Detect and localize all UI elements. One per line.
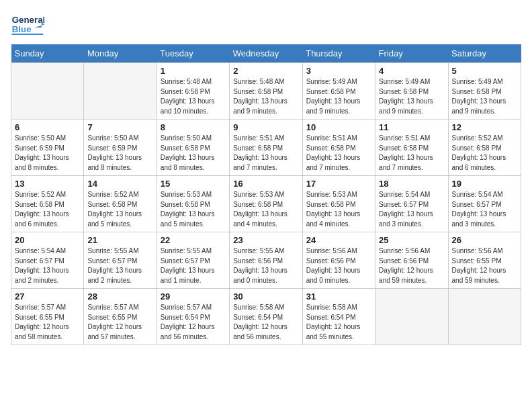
day-number: 28	[87, 291, 152, 302]
page-header: General Blue	[11, 11, 521, 38]
day-info: Sunrise: 5:50 AM Sunset: 6:59 PM Dayligh…	[15, 134, 80, 173]
day-number: 16	[233, 179, 298, 189]
day-info: Sunrise: 5:56 AM Sunset: 6:55 PM Dayligh…	[452, 246, 517, 285]
day-number: 4	[379, 66, 444, 76]
day-number: 1	[161, 66, 226, 76]
day-info: Sunrise: 5:53 AM Sunset: 6:58 PM Dayligh…	[161, 190, 226, 229]
calendar-cell: 18Sunrise: 5:54 AM Sunset: 6:57 PM Dayli…	[375, 176, 448, 232]
day-info: Sunrise: 5:52 AM Sunset: 6:58 PM Dayligh…	[15, 190, 80, 229]
day-info: Sunrise: 5:55 AM Sunset: 6:57 PM Dayligh…	[87, 246, 152, 285]
weekday-header-thursday: Thursday	[302, 44, 375, 63]
day-number: 14	[87, 179, 152, 189]
day-info: Sunrise: 5:51 AM Sunset: 6:58 PM Dayligh…	[379, 134, 444, 173]
calendar-cell: 5Sunrise: 5:49 AM Sunset: 6:58 PM Daylig…	[448, 63, 521, 120]
day-number: 7	[87, 122, 152, 132]
calendar-week-5: 27Sunrise: 5:57 AM Sunset: 6:55 PM Dayli…	[11, 289, 521, 345]
calendar-cell: 17Sunrise: 5:53 AM Sunset: 6:58 PM Dayli…	[302, 176, 375, 232]
calendar-cell: 6Sunrise: 5:50 AM Sunset: 6:59 PM Daylig…	[11, 120, 84, 176]
day-info: Sunrise: 5:54 AM Sunset: 6:57 PM Dayligh…	[452, 190, 517, 229]
day-number: 22	[161, 235, 226, 245]
day-info: Sunrise: 5:49 AM Sunset: 6:58 PM Dayligh…	[452, 77, 517, 116]
day-info: Sunrise: 5:48 AM Sunset: 6:58 PM Dayligh…	[161, 77, 226, 116]
calendar-cell: 31Sunrise: 5:58 AM Sunset: 6:54 PM Dayli…	[302, 289, 375, 345]
day-info: Sunrise: 5:56 AM Sunset: 6:56 PM Dayligh…	[306, 246, 371, 285]
day-number: 5	[452, 66, 517, 76]
day-info: Sunrise: 5:53 AM Sunset: 6:58 PM Dayligh…	[306, 190, 371, 229]
day-info: Sunrise: 5:52 AM Sunset: 6:58 PM Dayligh…	[452, 134, 517, 173]
calendar-cell	[84, 63, 157, 120]
day-number: 29	[161, 291, 226, 302]
calendar-cell: 27Sunrise: 5:57 AM Sunset: 6:55 PM Dayli…	[11, 289, 84, 345]
calendar-cell	[375, 289, 448, 345]
day-info: Sunrise: 5:51 AM Sunset: 6:58 PM Dayligh…	[306, 134, 371, 173]
day-number: 9	[233, 122, 298, 132]
calendar-cell: 23Sunrise: 5:55 AM Sunset: 6:56 PM Dayli…	[230, 232, 302, 289]
calendar-cell: 16Sunrise: 5:53 AM Sunset: 6:58 PM Dayli…	[230, 176, 302, 232]
calendar-cell: 12Sunrise: 5:52 AM Sunset: 6:58 PM Dayli…	[448, 120, 521, 176]
day-info: Sunrise: 5:49 AM Sunset: 6:58 PM Dayligh…	[306, 77, 371, 116]
calendar-cell: 1Sunrise: 5:48 AM Sunset: 6:58 PM Daylig…	[157, 63, 229, 120]
day-info: Sunrise: 5:48 AM Sunset: 6:58 PM Dayligh…	[233, 77, 298, 116]
day-info: Sunrise: 5:56 AM Sunset: 6:56 PM Dayligh…	[379, 246, 444, 285]
day-info: Sunrise: 5:50 AM Sunset: 6:58 PM Dayligh…	[161, 134, 226, 173]
calendar-cell: 20Sunrise: 5:54 AM Sunset: 6:57 PM Dayli…	[11, 232, 84, 289]
calendar-table: SundayMondayTuesdayWednesdayThursdayFrid…	[11, 44, 521, 345]
calendar-cell	[11, 63, 84, 120]
calendar-cell: 8Sunrise: 5:50 AM Sunset: 6:58 PM Daylig…	[157, 120, 229, 176]
day-info: Sunrise: 5:55 AM Sunset: 6:56 PM Dayligh…	[233, 246, 298, 285]
calendar-week-2: 6Sunrise: 5:50 AM Sunset: 6:59 PM Daylig…	[11, 120, 521, 176]
weekday-header-saturday: Saturday	[448, 44, 521, 63]
calendar-cell: 7Sunrise: 5:50 AM Sunset: 6:59 PM Daylig…	[84, 120, 157, 176]
day-info: Sunrise: 5:57 AM Sunset: 6:55 PM Dayligh…	[87, 303, 152, 342]
weekday-header-tuesday: Tuesday	[157, 44, 229, 63]
day-number: 2	[233, 66, 298, 76]
calendar-cell: 30Sunrise: 5:58 AM Sunset: 6:54 PM Dayli…	[230, 289, 302, 345]
day-info: Sunrise: 5:54 AM Sunset: 6:57 PM Dayligh…	[379, 190, 444, 229]
calendar-cell: 19Sunrise: 5:54 AM Sunset: 6:57 PM Dayli…	[448, 176, 521, 232]
day-info: Sunrise: 5:58 AM Sunset: 6:54 PM Dayligh…	[306, 303, 371, 342]
day-info: Sunrise: 5:50 AM Sunset: 6:59 PM Dayligh…	[87, 134, 152, 173]
day-number: 31	[306, 291, 371, 302]
day-number: 17	[306, 179, 371, 189]
calendar-cell: 13Sunrise: 5:52 AM Sunset: 6:58 PM Dayli…	[11, 176, 84, 232]
day-number: 18	[379, 179, 444, 189]
calendar-cell: 10Sunrise: 5:51 AM Sunset: 6:58 PM Dayli…	[302, 120, 375, 176]
day-number: 25	[379, 235, 444, 245]
calendar-cell: 22Sunrise: 5:55 AM Sunset: 6:57 PM Dayli…	[157, 232, 229, 289]
calendar-cell: 24Sunrise: 5:56 AM Sunset: 6:56 PM Dayli…	[302, 232, 375, 289]
day-number: 30	[233, 291, 298, 302]
day-info: Sunrise: 5:57 AM Sunset: 6:55 PM Dayligh…	[15, 303, 80, 342]
day-info: Sunrise: 5:53 AM Sunset: 6:58 PM Dayligh…	[233, 190, 298, 229]
calendar-cell: 14Sunrise: 5:52 AM Sunset: 6:58 PM Dayli…	[84, 176, 157, 232]
day-number: 3	[306, 66, 371, 76]
calendar-cell: 15Sunrise: 5:53 AM Sunset: 6:58 PM Dayli…	[157, 176, 229, 232]
weekday-header-friday: Friday	[375, 44, 448, 63]
day-info: Sunrise: 5:49 AM Sunset: 6:58 PM Dayligh…	[379, 77, 444, 116]
svg-text:Blue: Blue	[12, 24, 32, 34]
day-info: Sunrise: 5:58 AM Sunset: 6:54 PM Dayligh…	[233, 303, 298, 342]
day-info: Sunrise: 5:57 AM Sunset: 6:54 PM Dayligh…	[161, 303, 226, 342]
day-number: 10	[306, 122, 371, 132]
day-number: 8	[161, 122, 226, 132]
day-number: 6	[15, 122, 80, 132]
calendar-cell: 4Sunrise: 5:49 AM Sunset: 6:58 PM Daylig…	[375, 63, 448, 120]
weekday-header-sunday: Sunday	[11, 44, 84, 63]
calendar-cell	[448, 289, 521, 345]
calendar-cell: 21Sunrise: 5:55 AM Sunset: 6:57 PM Dayli…	[84, 232, 157, 289]
day-number: 24	[306, 235, 371, 245]
weekday-header-row: SundayMondayTuesdayWednesdayThursdayFrid…	[11, 44, 521, 63]
day-number: 23	[233, 235, 298, 245]
day-number: 26	[452, 235, 517, 245]
day-number: 21	[87, 235, 152, 245]
day-number: 19	[452, 179, 517, 189]
day-number: 12	[452, 122, 517, 132]
logo: General Blue	[11, 11, 44, 38]
calendar-cell: 26Sunrise: 5:56 AM Sunset: 6:55 PM Dayli…	[448, 232, 521, 289]
calendar-week-4: 20Sunrise: 5:54 AM Sunset: 6:57 PM Dayli…	[11, 232, 521, 289]
day-info: Sunrise: 5:52 AM Sunset: 6:58 PM Dayligh…	[87, 190, 152, 229]
calendar-cell: 3Sunrise: 5:49 AM Sunset: 6:58 PM Daylig…	[302, 63, 375, 120]
calendar-week-3: 13Sunrise: 5:52 AM Sunset: 6:58 PM Dayli…	[11, 176, 521, 232]
calendar-cell: 11Sunrise: 5:51 AM Sunset: 6:58 PM Dayli…	[375, 120, 448, 176]
day-number: 11	[379, 122, 444, 132]
day-number: 20	[15, 235, 80, 245]
